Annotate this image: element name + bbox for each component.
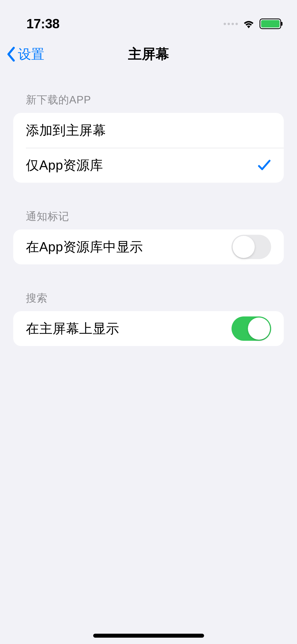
back-label: 设置 [18,45,44,63]
section-notification-badges: 通知标记 在App资源库中显示 [0,209,297,264]
checkmark-icon [257,159,271,172]
home-indicator[interactable] [93,634,204,638]
status-time: 17:38 [26,16,59,31]
option-app-library-only[interactable]: 仅App资源库 [13,148,284,183]
page-title: 主屏幕 [5,45,292,63]
nav-bar: 设置 主屏幕 [0,37,297,71]
cellular-signal-icon [224,23,238,25]
option-add-to-home[interactable]: 添加到主屏幕 [13,113,284,148]
status-right [224,19,281,29]
section-header-search: 搜索 [13,291,284,311]
option-label: 添加到主屏幕 [26,122,106,139]
group-notification-badges: 在App资源库中显示 [13,229,284,264]
group-search: 在主屏幕上显示 [13,311,284,346]
row-label: 在App资源库中显示 [26,238,143,256]
chevron-left-icon [6,46,16,62]
row-show-on-home: 在主屏幕上显示 [13,311,284,346]
section-new-apps: 新下载的APP 添加到主屏幕 仅App资源库 [0,93,297,183]
toggle-show-on-home[interactable] [232,316,271,341]
row-show-in-app-library: 在App资源库中显示 [13,229,284,264]
status-bar: 17:38 [0,0,297,37]
back-button[interactable]: 设置 [6,45,44,63]
section-header-new-apps: 新下载的APP [13,93,284,113]
section-search: 搜索 在主屏幕上显示 [0,291,297,346]
toggle-show-in-app-library[interactable] [232,235,271,259]
option-label: 仅App资源库 [26,157,103,174]
wifi-icon [242,19,255,29]
section-header-notification-badges: 通知标记 [13,209,284,229]
row-label: 在主屏幕上显示 [26,320,119,338]
battery-icon [260,19,281,29]
group-new-apps: 添加到主屏幕 仅App资源库 [13,113,284,183]
